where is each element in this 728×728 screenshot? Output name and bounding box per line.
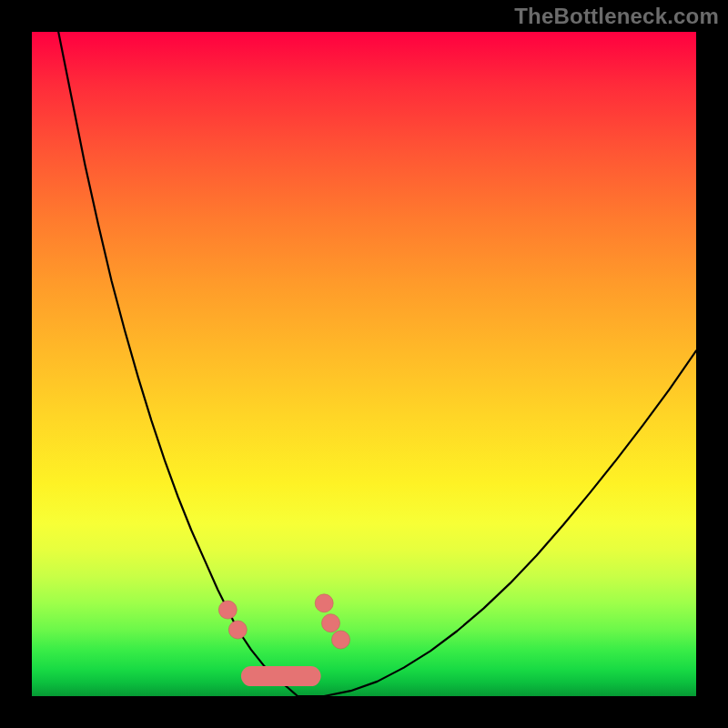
curve-marker bbox=[315, 594, 333, 612]
bottleneck-curve bbox=[58, 32, 696, 696]
chart-frame: TheBottleneck.com bbox=[0, 0, 728, 728]
plot-area bbox=[32, 32, 696, 696]
curve-marker bbox=[332, 631, 350, 649]
curve-markers bbox=[218, 594, 349, 649]
curve-marker bbox=[322, 614, 340, 632]
bottleneck-curve-svg bbox=[32, 32, 696, 696]
watermark-text: TheBottleneck.com bbox=[514, 4, 719, 29]
curve-marker bbox=[218, 601, 237, 619]
curve-marker bbox=[228, 621, 247, 639]
